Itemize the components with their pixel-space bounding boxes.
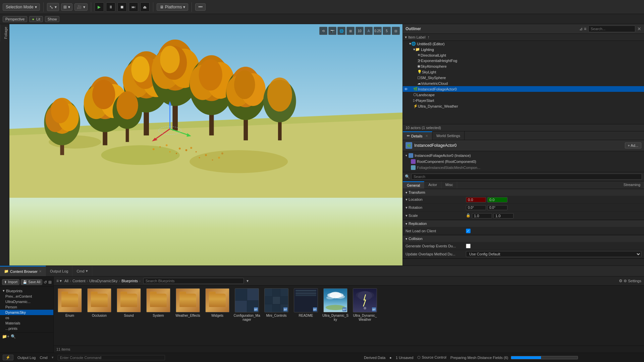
asset-occlusion[interactable]: Occlusion (86, 288, 113, 322)
viewport-grid2-btn[interactable]: ⊟ (392, 27, 400, 35)
output-log-btn[interactable]: Output Log (17, 356, 36, 360)
outliner-item-volumetric[interactable]: 👁 ☁ VolumetricCloud (403, 80, 644, 86)
derived-data-btn[interactable]: Derived Data (364, 356, 385, 360)
tree-item-blueprints[interactable]: ▾ Blueprints (0, 288, 53, 294)
breadcrumb-blueprints[interactable]: Blueprints (121, 279, 138, 283)
outliner-item-weather[interactable]: 👁 ⚡ Ultra_Dynamic_Weather (403, 103, 644, 109)
asset-readme[interactable]: BP README (292, 288, 319, 322)
comp-item-instance[interactable]: ▾ InstancedFoliageActor0 (Instance) (404, 153, 643, 159)
scale-x-input[interactable] (472, 213, 492, 219)
asset-enum[interactable]: Enum (56, 288, 83, 322)
asset-config-manager[interactable]: BP Configuration_Manager (233, 288, 260, 322)
perspective-button[interactable]: Perspective (3, 16, 27, 22)
play-button[interactable]: ▶ (95, 2, 104, 12)
eject-button[interactable]: ⏏ (140, 2, 150, 12)
transform-mode-btn[interactable]: ⤡▾ (47, 3, 59, 11)
location-x-input[interactable] (466, 197, 486, 202)
tree-item-person[interactable]: Person (0, 304, 53, 310)
outliner-item-untitled3[interactable]: 👁 ▾ 🌐 Untitled3 (Editor) (403, 41, 644, 47)
outliner-item-skylight[interactable]: 👁 💡 SkyLight (403, 69, 644, 75)
asset-sound[interactable]: Sound (115, 288, 142, 322)
viewport-5-btn[interactable]: 5 (383, 27, 391, 35)
cmd-tab[interactable]: Cmd ▾ (72, 266, 92, 276)
viewport-a-btn[interactable]: A (365, 27, 373, 35)
viewport-num-btn[interactable]: 10 (356, 27, 364, 35)
content-browser-tab-close[interactable]: ✕ (39, 269, 42, 273)
main-viewport[interactable]: ⟲ 📷 🌐 ⊞ 10 A 0.25 5 ⊟ (9, 24, 402, 265)
asset-mini-controls[interactable]: BP Mini_Controls (263, 288, 290, 322)
tree-item-prints[interactable]: ...prints (0, 326, 53, 331)
update-overlaps-select[interactable]: Use Config Default (466, 251, 641, 257)
net-load-checkbox[interactable]: ✓ (466, 229, 471, 233)
unsaved-indicator[interactable]: ● (389, 356, 392, 360)
tree-item-materials[interactable]: Materials (0, 320, 53, 326)
camera-btn[interactable]: 🎥▾ (74, 3, 88, 11)
collision-section-header[interactable]: ▾ Collision (403, 235, 644, 242)
new-folder-icon[interactable]: 📁+ (2, 334, 9, 339)
more-options-button[interactable]: ••• (195, 3, 206, 11)
outliner-item-playerstart[interactable]: 👁 ▷ PlayerStart (403, 98, 644, 103)
console-command-input[interactable] (58, 355, 165, 360)
outliner-item-smsky[interactable]: 👁 ◻ SM_SkySphere (403, 75, 644, 80)
world-settings-tab-button[interactable]: World Settings (432, 131, 465, 140)
view-toggle-icon[interactable]: ⊞ (48, 280, 52, 285)
lit-button[interactable]: ● Lit (29, 16, 43, 22)
breadcrumb-all[interactable]: All (64, 279, 68, 283)
comp-item-root[interactable]: RootComponent (RootComponent0) (404, 159, 643, 165)
platforms-button[interactable]: 🖥 Platforms ▾ (157, 3, 189, 11)
skip-button[interactable]: ⏭ (129, 2, 138, 12)
details-tab-close[interactable]: ✕ (425, 134, 428, 138)
scale-y-input[interactable] (493, 213, 514, 219)
general-tab-button[interactable]: General (403, 181, 424, 189)
rotation-x-input[interactable] (466, 205, 486, 210)
stop-button[interactable]: ⏹ (117, 2, 127, 12)
tree-item-uds[interactable]: UltraDynamic... (0, 299, 53, 304)
asset-system[interactable]: System (145, 288, 172, 322)
viewport-reset-btn[interactable]: ⟲ (319, 27, 327, 35)
selection-mode-button[interactable]: Selection Mode ▾ (3, 3, 40, 11)
asset-widgets[interactable]: Widgets (204, 288, 231, 322)
search-tree-icon[interactable]: 🔍 (11, 334, 16, 339)
outliner-item-skyatmosphere[interactable]: 👁 ◉ SkyAtmosphere (403, 63, 644, 69)
transform-section-header[interactable]: ▾ Transform (403, 189, 644, 196)
viewport-globe-btn[interactable]: 🌐 (337, 27, 345, 35)
details-tab-button[interactable]: ✏ Details ✕ (403, 131, 432, 140)
streaming-tab-button[interactable]: Streaming (620, 181, 644, 189)
source-control-btn[interactable]: ⬡ Source Control (417, 355, 446, 360)
outliner-close-button[interactable]: ✕ (637, 26, 641, 32)
tree-item-os[interactable]: os (0, 315, 53, 320)
import-button[interactable]: ⬆ Import (2, 279, 19, 285)
add-component-button[interactable]: + Ad... (625, 142, 642, 148)
asset-weather-effects[interactable]: Weather_Effects (174, 288, 201, 322)
history-back-icon[interactable]: ↺ (44, 280, 47, 285)
outliner-search[interactable] (588, 25, 635, 32)
save-all-button[interactable]: 💾 Save All (21, 279, 42, 285)
breadcrumb-content[interactable]: Content (72, 279, 86, 283)
show-button[interactable]: Show (45, 16, 60, 22)
rotation-y-input[interactable] (487, 205, 507, 210)
tree-item-dynamicsky[interactable]: DynamicSky (0, 310, 53, 315)
misc-tab-button[interactable]: Misc (441, 181, 458, 189)
outliner-item-lighting[interactable]: 👁 ▾ 📁 Lighting (403, 47, 644, 52)
outliner-item-foliage[interactable]: 👁 🌿 InstancedFoliageActor0 (403, 86, 644, 92)
cmd-btn[interactable]: Cmd (40, 356, 47, 360)
search-dropdown-icon[interactable]: ▾ (247, 279, 249, 283)
viewport-grid-btn[interactable]: ⊞ (346, 27, 355, 35)
actor-tab-button[interactable]: Actor (424, 181, 441, 189)
comp-item-foliage-mesh[interactable]: FoliageInstancedStaticMeshCompon... (404, 165, 643, 171)
cmd-dropdown-icon[interactable]: ▾ (52, 355, 54, 360)
asset-ultra-weather[interactable]: BP Ultra_Dynamic_Weather (352, 288, 378, 322)
eye-icon-foliage[interactable]: 👁 (404, 87, 408, 91)
breadcrumb-ultrasky[interactable]: UltraDynamicSky (89, 279, 117, 283)
snap-btn[interactable]: ⊞▾ (61, 3, 72, 11)
outliner-item-expfog[interactable]: 👁 🌫 ExponentialHeightFog (403, 58, 644, 63)
output-log-tab[interactable]: Output Log (46, 266, 72, 276)
details-search-input[interactable] (411, 174, 642, 180)
browser-search-input[interactable] (143, 278, 244, 284)
pause-button[interactable]: ⏸ (106, 2, 115, 12)
outliner-item-landscape[interactable]: 👁 ⬡ Landscape (403, 92, 644, 98)
list-view-icon[interactable]: ≡ (56, 279, 59, 283)
asset-ultra-sky[interactable]: BP Ultra_Dynamic_Sky (322, 288, 349, 322)
outliner-item-directionallight[interactable]: 👁 ☀ DirectionalLight (403, 52, 644, 58)
viewport-scale-btn[interactable]: 0.25 (374, 27, 382, 35)
